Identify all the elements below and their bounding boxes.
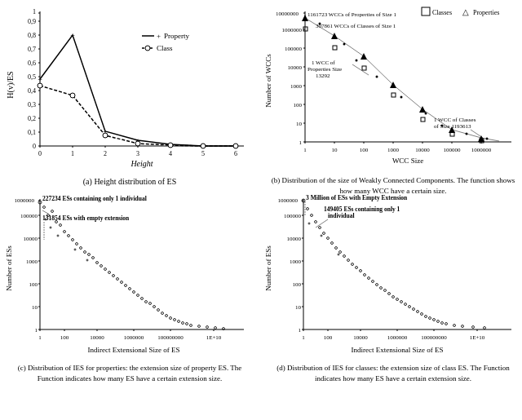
svg-point-176 (104, 268, 107, 271)
svg-text:0,7: 0,7 (28, 46, 36, 53)
svg-point-179 (117, 278, 119, 281)
svg-point-270 (421, 313, 423, 316)
svg-line-288 (316, 219, 328, 228)
svg-point-167 (68, 235, 70, 237)
svg-point-258 (372, 281, 374, 283)
svg-point-277 (453, 325, 456, 327)
caption-c: (c) Distribution of IES for properties: … (3, 362, 256, 384)
svg-text:Height: Height (130, 159, 153, 168)
svg-point-171 (84, 251, 86, 254)
svg-point-189 (157, 309, 160, 312)
main-grid: 0 0,1 0,2 0,3 0,4 0,5 0,6 0,7 0,8 0,9 1 … (0, 0, 522, 420)
svg-text:100: 100 (293, 281, 302, 288)
svg-text:10000: 10000 (24, 236, 38, 242)
svg-text:10000: 10000 (353, 334, 368, 341)
svg-point-117 (425, 113, 427, 115)
svg-text:1E+10: 1E+10 (470, 334, 485, 341)
svg-text:1000: 1000 (290, 83, 303, 90)
svg-text:+: + (157, 32, 161, 40)
svg-text:0: 0 (38, 150, 42, 157)
svg-point-250 (339, 251, 342, 254)
svg-point-199 (206, 326, 209, 329)
svg-point-58 (145, 46, 150, 51)
svg-point-273 (433, 319, 436, 321)
svg-point-245 (319, 227, 321, 229)
svg-marker-100 (361, 53, 367, 60)
svg-rect-106 (333, 46, 337, 50)
svg-text:2: 2 (104, 150, 107, 157)
svg-point-267 (409, 306, 411, 308)
svg-text:of Size 1193613: of Size 1193613 (434, 123, 471, 130)
svg-text:+: + (38, 75, 42, 84)
svg-point-120 (486, 138, 489, 140)
svg-point-274 (437, 321, 440, 323)
svg-point-281 (308, 223, 310, 224)
svg-point-272 (429, 317, 431, 320)
svg-text:10: 10 (296, 121, 303, 127)
svg-point-259 (376, 284, 378, 286)
svg-line-208 (42, 210, 48, 214)
svg-text:Number of WCCs: Number of WCCs (264, 54, 272, 108)
svg-text:13292: 13292 (316, 73, 330, 79)
svg-point-279 (472, 326, 475, 329)
svg-text:1161723 WCCs of Properties of : 1161723 WCCs of Properties of Size 1 (307, 11, 396, 18)
svg-point-198 (198, 325, 201, 328)
svg-point-197 (190, 325, 192, 327)
svg-point-52 (201, 144, 206, 148)
chart-a-svg: 0 0,1 0,2 0,3 0,4 0,5 0,6 0,7 0,8 0,9 1 … (3, 3, 256, 175)
svg-point-194 (178, 321, 180, 323)
svg-point-169 (76, 243, 78, 245)
svg-point-205 (74, 249, 76, 250)
svg-point-260 (380, 287, 383, 290)
caption-d: (d) Distribution of IES for classes: the… (263, 362, 522, 384)
svg-point-249 (335, 247, 338, 250)
svg-point-51 (168, 143, 173, 148)
svg-text:individual: individual (328, 212, 355, 219)
svg-point-261 (384, 290, 387, 292)
svg-text:1: 1 (38, 334, 42, 341)
chart-c-svg: 1 10 100 1000 10000 100000 1000000 1 100… (3, 191, 256, 362)
svg-point-119 (466, 133, 468, 135)
svg-point-271 (425, 316, 427, 318)
svg-text:0,9: 0,9 (28, 18, 36, 25)
svg-point-282 (321, 235, 322, 237)
svg-marker-99 (331, 33, 338, 39)
svg-text:10: 10 (32, 304, 38, 311)
svg-point-168 (72, 239, 74, 241)
svg-text:1: 1 (302, 334, 305, 341)
svg-point-49 (103, 133, 108, 138)
svg-point-253 (352, 263, 354, 266)
svg-text:0,6: 0,6 (28, 60, 36, 67)
svg-text:1000000: 1000000 (282, 27, 303, 33)
svg-text:Number of ESs: Number of ESs (264, 245, 272, 291)
svg-point-188 (153, 306, 156, 308)
svg-text:100000: 100000 (284, 213, 302, 219)
svg-text:10: 10 (295, 304, 302, 311)
svg-point-190 (161, 312, 164, 315)
svg-text:6: 6 (234, 150, 237, 157)
svg-point-50 (135, 141, 140, 146)
svg-rect-108 (392, 93, 396, 97)
svg-rect-109 (421, 117, 425, 122)
svg-point-47 (38, 83, 42, 88)
svg-text:1000: 1000 (26, 259, 38, 265)
svg-point-183 (133, 291, 135, 294)
chart-d-cell: 1 10 100 1000 10000 100000 1000000 1 100… (259, 188, 522, 375)
svg-text:0: 0 (33, 143, 36, 150)
svg-point-265 (400, 301, 403, 303)
svg-point-254 (356, 267, 358, 269)
svg-point-263 (392, 296, 395, 298)
svg-point-166 (64, 231, 66, 233)
svg-text:100000000: 100000000 (421, 334, 447, 341)
svg-point-193 (174, 319, 176, 321)
svg-text:307861 WCCs of Classes of Size: 307861 WCCs of Classes of Size 1 (316, 23, 396, 29)
svg-point-170 (80, 247, 82, 250)
svg-text:100000: 100000 (444, 147, 462, 153)
svg-text:1 WCC of: 1 WCC of (312, 60, 335, 66)
svg-text:Indirect Extensional Size of E: Indirect Extensional Size of ES (352, 346, 444, 354)
svg-text:10: 10 (332, 147, 338, 153)
svg-point-173 (92, 257, 95, 259)
svg-point-175 (100, 265, 103, 267)
svg-point-184 (137, 294, 139, 297)
svg-point-246 (323, 232, 325, 235)
